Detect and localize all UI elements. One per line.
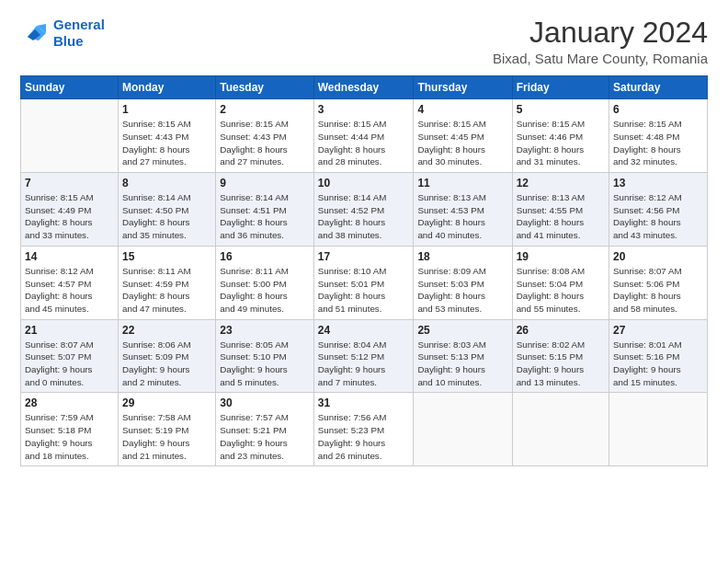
header-sunday: Sunday (21, 76, 119, 99)
table-cell: 13Sunrise: 8:12 AM Sunset: 4:56 PM Dayli… (609, 173, 708, 247)
week-row-5: 28Sunrise: 7:59 AM Sunset: 5:18 PM Dayli… (21, 393, 708, 466)
day-info: Sunrise: 8:15 AM Sunset: 4:48 PM Dayligh… (613, 118, 703, 168)
day-info: Sunrise: 8:02 AM Sunset: 5:15 PM Dayligh… (517, 339, 605, 389)
day-number: 26 (517, 324, 605, 337)
header-thursday: Thursday (414, 76, 512, 99)
table-cell: 4Sunrise: 8:15 AM Sunset: 4:45 PM Daylig… (414, 99, 512, 173)
week-row-2: 7Sunrise: 8:15 AM Sunset: 4:49 PM Daylig… (21, 173, 708, 247)
table-cell: 27Sunrise: 8:01 AM Sunset: 5:16 PM Dayli… (609, 319, 708, 393)
header-tuesday: Tuesday (216, 76, 314, 99)
table-cell: 19Sunrise: 8:08 AM Sunset: 5:04 PM Dayli… (512, 246, 609, 319)
day-number: 31 (318, 396, 410, 409)
day-number: 5 (517, 103, 605, 116)
day-number: 2 (220, 103, 310, 116)
table-cell: 1Sunrise: 8:15 AM Sunset: 4:43 PM Daylig… (119, 99, 216, 173)
day-number: 15 (122, 250, 211, 263)
day-number: 25 (417, 324, 507, 337)
day-number: 30 (220, 396, 310, 409)
day-info: Sunrise: 8:05 AM Sunset: 5:10 PM Dayligh… (220, 339, 310, 389)
day-number: 21 (25, 324, 114, 337)
table-cell (21, 99, 119, 173)
day-number: 22 (122, 324, 211, 337)
day-info: Sunrise: 7:59 AM Sunset: 5:18 PM Dayligh… (25, 411, 114, 462)
day-info: Sunrise: 8:15 AM Sunset: 4:43 PM Dayligh… (122, 118, 211, 168)
table-cell: 12Sunrise: 8:13 AM Sunset: 4:55 PM Dayli… (512, 173, 609, 247)
table-cell (609, 393, 708, 466)
table-cell: 7Sunrise: 8:15 AM Sunset: 4:49 PM Daylig… (21, 173, 119, 247)
table-cell: 15Sunrise: 8:11 AM Sunset: 4:59 PM Dayli… (119, 246, 216, 319)
day-number: 6 (613, 103, 703, 116)
table-cell: 25Sunrise: 8:03 AM Sunset: 5:13 PM Dayli… (414, 319, 512, 393)
header-monday: Monday (119, 76, 216, 99)
table-cell: 22Sunrise: 8:06 AM Sunset: 5:09 PM Dayli… (119, 319, 216, 393)
day-number: 20 (613, 250, 703, 263)
day-info: Sunrise: 8:08 AM Sunset: 5:04 PM Dayligh… (517, 265, 605, 316)
day-number: 8 (122, 177, 211, 190)
day-number: 13 (613, 177, 703, 190)
day-info: Sunrise: 8:15 AM Sunset: 4:43 PM Dayligh… (220, 118, 310, 168)
logo: General Blue (20, 17, 105, 50)
day-number: 17 (318, 250, 410, 263)
table-cell: 9Sunrise: 8:14 AM Sunset: 4:51 PM Daylig… (216, 173, 314, 247)
table-cell: 17Sunrise: 8:10 AM Sunset: 5:01 PM Dayli… (313, 246, 414, 319)
day-info: Sunrise: 8:11 AM Sunset: 5:00 PM Dayligh… (220, 265, 310, 316)
day-info: Sunrise: 8:04 AM Sunset: 5:12 PM Dayligh… (318, 339, 410, 389)
day-number: 9 (220, 177, 310, 190)
day-number: 3 (318, 103, 410, 116)
day-number: 27 (613, 324, 703, 337)
day-number: 29 (122, 396, 211, 409)
subtitle: Bixad, Satu Mare County, Romania (493, 51, 708, 66)
day-number: 11 (417, 177, 507, 190)
table-cell: 20Sunrise: 8:07 AM Sunset: 5:06 PM Dayli… (609, 246, 708, 319)
day-info: Sunrise: 8:14 AM Sunset: 4:51 PM Dayligh… (220, 191, 310, 242)
table-cell: 2Sunrise: 8:15 AM Sunset: 4:43 PM Daylig… (216, 99, 314, 173)
day-info: Sunrise: 8:06 AM Sunset: 5:09 PM Dayligh… (122, 339, 211, 389)
day-info: Sunrise: 8:14 AM Sunset: 4:52 PM Dayligh… (318, 191, 410, 242)
day-number: 14 (25, 250, 114, 263)
table-cell: 24Sunrise: 8:04 AM Sunset: 5:12 PM Dayli… (313, 319, 414, 393)
header-friday: Friday (512, 76, 609, 99)
table-cell: 26Sunrise: 8:02 AM Sunset: 5:15 PM Dayli… (512, 319, 609, 393)
day-info: Sunrise: 8:13 AM Sunset: 4:55 PM Dayligh… (517, 191, 605, 242)
day-info: Sunrise: 8:09 AM Sunset: 5:03 PM Dayligh… (417, 265, 507, 316)
day-number: 7 (25, 177, 114, 190)
table-cell: 3Sunrise: 8:15 AM Sunset: 4:44 PM Daylig… (313, 99, 414, 173)
day-info: Sunrise: 8:10 AM Sunset: 5:01 PM Dayligh… (318, 265, 410, 316)
header-saturday: Saturday (609, 76, 708, 99)
day-number: 1 (122, 103, 211, 116)
day-info: Sunrise: 7:57 AM Sunset: 5:21 PM Dayligh… (220, 411, 310, 462)
day-info: Sunrise: 8:12 AM Sunset: 4:57 PM Dayligh… (25, 265, 114, 316)
day-info: Sunrise: 8:15 AM Sunset: 4:49 PM Dayligh… (25, 191, 114, 242)
table-cell: 21Sunrise: 8:07 AM Sunset: 5:07 PM Dayli… (21, 319, 119, 393)
table-cell (512, 393, 609, 466)
day-info: Sunrise: 8:15 AM Sunset: 4:44 PM Dayligh… (318, 118, 410, 168)
day-info: Sunrise: 8:13 AM Sunset: 4:53 PM Dayligh… (417, 191, 507, 242)
table-cell: 14Sunrise: 8:12 AM Sunset: 4:57 PM Dayli… (21, 246, 119, 319)
day-info: Sunrise: 8:03 AM Sunset: 5:13 PM Dayligh… (417, 339, 507, 389)
day-number: 24 (318, 324, 410, 337)
calendar: Sunday Monday Tuesday Wednesday Thursday… (20, 75, 708, 466)
week-row-4: 21Sunrise: 8:07 AM Sunset: 5:07 PM Dayli… (21, 319, 708, 393)
table-cell: 10Sunrise: 8:14 AM Sunset: 4:52 PM Dayli… (313, 173, 414, 247)
day-info: Sunrise: 8:11 AM Sunset: 4:59 PM Dayligh… (122, 265, 211, 316)
table-cell: 6Sunrise: 8:15 AM Sunset: 4:48 PM Daylig… (609, 99, 708, 173)
table-cell: 31Sunrise: 7:56 AM Sunset: 5:23 PM Dayli… (313, 393, 414, 466)
day-number: 19 (517, 250, 605, 263)
day-info: Sunrise: 8:12 AM Sunset: 4:56 PM Dayligh… (613, 191, 703, 242)
day-info: Sunrise: 7:56 AM Sunset: 5:23 PM Dayligh… (318, 411, 410, 462)
day-number: 4 (417, 103, 507, 116)
header-wednesday: Wednesday (313, 76, 414, 99)
day-number: 10 (318, 177, 410, 190)
table-cell: 8Sunrise: 8:14 AM Sunset: 4:50 PM Daylig… (119, 173, 216, 247)
week-row-3: 14Sunrise: 8:12 AM Sunset: 4:57 PM Dayli… (21, 246, 708, 319)
day-info: Sunrise: 8:15 AM Sunset: 4:45 PM Dayligh… (417, 118, 507, 168)
day-info: Sunrise: 7:58 AM Sunset: 5:19 PM Dayligh… (122, 411, 211, 462)
table-cell: 29Sunrise: 7:58 AM Sunset: 5:19 PM Dayli… (119, 393, 216, 466)
day-info: Sunrise: 8:07 AM Sunset: 5:07 PM Dayligh… (25, 339, 114, 389)
week-row-1: 1Sunrise: 8:15 AM Sunset: 4:43 PM Daylig… (21, 99, 708, 173)
logo-text: General Blue (53, 17, 105, 50)
day-info: Sunrise: 8:15 AM Sunset: 4:46 PM Dayligh… (517, 118, 605, 168)
table-cell: 30Sunrise: 7:57 AM Sunset: 5:21 PM Dayli… (216, 393, 314, 466)
table-cell: 28Sunrise: 7:59 AM Sunset: 5:18 PM Dayli… (21, 393, 119, 466)
table-cell: 23Sunrise: 8:05 AM Sunset: 5:10 PM Dayli… (216, 319, 314, 393)
